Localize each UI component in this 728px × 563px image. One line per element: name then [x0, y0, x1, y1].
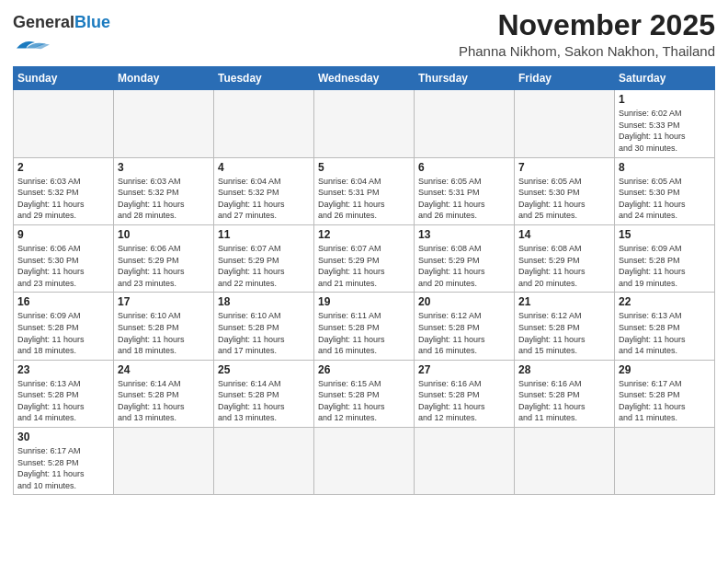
table-row: 4Sunrise: 6:04 AM Sunset: 5:32 PM Daylig…	[214, 157, 314, 224]
logo: General Blue	[13, 13, 110, 54]
day-info: Sunrise: 6:16 AM Sunset: 5:28 PM Dayligh…	[518, 378, 610, 424]
table-row: 8Sunrise: 6:05 AM Sunset: 5:30 PM Daylig…	[615, 157, 715, 224]
day-info: Sunrise: 6:03 AM Sunset: 5:32 PM Dayligh…	[118, 176, 210, 222]
table-row	[214, 428, 314, 495]
day-number: 9	[17, 228, 109, 241]
table-row	[314, 428, 415, 495]
day-number: 3	[118, 161, 210, 174]
day-info: Sunrise: 6:05 AM Sunset: 5:30 PM Dayligh…	[518, 176, 610, 222]
day-info: Sunrise: 6:06 AM Sunset: 5:30 PM Dayligh…	[17, 243, 109, 289]
day-info: Sunrise: 6:08 AM Sunset: 5:29 PM Dayligh…	[518, 243, 610, 289]
day-number: 25	[218, 363, 310, 376]
table-row: 23Sunrise: 6:13 AM Sunset: 5:28 PM Dayli…	[14, 360, 114, 427]
table-row: 16Sunrise: 6:09 AM Sunset: 5:28 PM Dayli…	[14, 293, 114, 360]
day-info: Sunrise: 6:13 AM Sunset: 5:28 PM Dayligh…	[619, 310, 711, 356]
day-info: Sunrise: 6:07 AM Sunset: 5:29 PM Dayligh…	[318, 243, 410, 289]
table-row	[615, 428, 715, 495]
day-info: Sunrise: 6:08 AM Sunset: 5:29 PM Dayligh…	[418, 243, 510, 289]
weekday-header-row: Sunday Monday Tuesday Wednesday Thursday…	[14, 67, 715, 90]
table-row: 14Sunrise: 6:08 AM Sunset: 5:29 PM Dayli…	[515, 224, 615, 292]
day-number: 17	[118, 295, 210, 308]
table-row: 11Sunrise: 6:07 AM Sunset: 5:29 PM Dayli…	[214, 224, 314, 292]
table-row: 5Sunrise: 6:04 AM Sunset: 5:31 PM Daylig…	[314, 157, 415, 224]
header-area: General Blue November 2025 Phanna Nikhom…	[13, 9, 715, 59]
table-row	[415, 428, 515, 495]
calendar-page: General Blue November 2025 Phanna Nikhom…	[0, 0, 728, 563]
day-info: Sunrise: 6:02 AM Sunset: 5:33 PM Dayligh…	[619, 108, 711, 154]
table-row: 21Sunrise: 6:12 AM Sunset: 5:28 PM Dayli…	[515, 293, 615, 360]
day-number: 20	[418, 295, 510, 308]
table-row: 17Sunrise: 6:10 AM Sunset: 5:28 PM Dayli…	[114, 293, 214, 360]
day-number: 13	[418, 228, 510, 241]
day-number: 29	[619, 363, 711, 376]
table-row	[314, 90, 415, 157]
header-tuesday: Tuesday	[214, 67, 314, 90]
table-row: 12Sunrise: 6:07 AM Sunset: 5:29 PM Dayli…	[314, 224, 415, 292]
table-row: 9Sunrise: 6:06 AM Sunset: 5:30 PM Daylig…	[14, 224, 114, 292]
day-info: Sunrise: 6:10 AM Sunset: 5:28 PM Dayligh…	[218, 310, 310, 356]
day-info: Sunrise: 6:09 AM Sunset: 5:28 PM Dayligh…	[619, 243, 711, 289]
table-row: 28Sunrise: 6:16 AM Sunset: 5:28 PM Dayli…	[515, 360, 615, 427]
day-info: Sunrise: 6:03 AM Sunset: 5:32 PM Dayligh…	[17, 176, 109, 222]
day-info: Sunrise: 6:11 AM Sunset: 5:28 PM Dayligh…	[318, 310, 410, 356]
table-row: 19Sunrise: 6:11 AM Sunset: 5:28 PM Dayli…	[314, 293, 415, 360]
day-info: Sunrise: 6:17 AM Sunset: 5:28 PM Dayligh…	[619, 378, 711, 424]
day-number: 4	[218, 161, 310, 174]
table-row	[114, 90, 214, 157]
day-info: Sunrise: 6:06 AM Sunset: 5:29 PM Dayligh…	[118, 243, 210, 289]
day-info: Sunrise: 6:05 AM Sunset: 5:31 PM Dayligh…	[418, 176, 510, 222]
day-number: 21	[518, 295, 610, 308]
header-monday: Monday	[114, 67, 214, 90]
day-info: Sunrise: 6:05 AM Sunset: 5:30 PM Dayligh…	[619, 176, 711, 222]
table-row: 3Sunrise: 6:03 AM Sunset: 5:32 PM Daylig…	[114, 157, 214, 224]
day-number: 2	[17, 161, 109, 174]
day-number: 6	[418, 161, 510, 174]
day-info: Sunrise: 6:17 AM Sunset: 5:28 PM Dayligh…	[17, 445, 109, 491]
header-saturday: Saturday	[615, 67, 715, 90]
logo-general: General	[13, 13, 74, 32]
day-number: 16	[17, 295, 109, 308]
day-number: 14	[518, 228, 610, 241]
calendar-body: 1Sunrise: 6:02 AM Sunset: 5:33 PM Daylig…	[14, 90, 715, 495]
table-row: 7Sunrise: 6:05 AM Sunset: 5:30 PM Daylig…	[515, 157, 615, 224]
table-row	[114, 428, 214, 495]
table-row	[214, 90, 314, 157]
table-row: 24Sunrise: 6:14 AM Sunset: 5:28 PM Dayli…	[114, 360, 214, 427]
table-row: 20Sunrise: 6:12 AM Sunset: 5:28 PM Dayli…	[415, 293, 515, 360]
day-info: Sunrise: 6:14 AM Sunset: 5:28 PM Dayligh…	[118, 378, 210, 424]
header-sunday: Sunday	[14, 67, 114, 90]
day-info: Sunrise: 6:14 AM Sunset: 5:28 PM Dayligh…	[218, 378, 310, 424]
day-number: 24	[118, 363, 210, 376]
day-number: 28	[518, 363, 610, 376]
table-row: 27Sunrise: 6:16 AM Sunset: 5:28 PM Dayli…	[415, 360, 515, 427]
day-info: Sunrise: 6:12 AM Sunset: 5:28 PM Dayligh…	[518, 310, 610, 356]
table-row	[515, 428, 615, 495]
day-number: 11	[218, 228, 310, 241]
location-title: Phanna Nikhom, Sakon Nakhon, Thailand	[459, 43, 715, 59]
table-row: 15Sunrise: 6:09 AM Sunset: 5:28 PM Dayli…	[615, 224, 715, 292]
day-info: Sunrise: 6:07 AM Sunset: 5:29 PM Dayligh…	[218, 243, 310, 289]
table-row: 2Sunrise: 6:03 AM Sunset: 5:32 PM Daylig…	[14, 157, 114, 224]
header-thursday: Thursday	[415, 67, 515, 90]
day-number: 27	[418, 363, 510, 376]
day-number: 22	[619, 295, 711, 308]
table-row: 18Sunrise: 6:10 AM Sunset: 5:28 PM Dayli…	[214, 293, 314, 360]
logo-blue: Blue	[74, 13, 110, 32]
day-number: 1	[619, 93, 711, 106]
table-row	[415, 90, 515, 157]
day-info: Sunrise: 6:15 AM Sunset: 5:28 PM Dayligh…	[318, 378, 410, 424]
table-row: 26Sunrise: 6:15 AM Sunset: 5:28 PM Dayli…	[314, 360, 415, 427]
table-row: 1Sunrise: 6:02 AM Sunset: 5:33 PM Daylig…	[615, 90, 715, 157]
calendar-table: Sunday Monday Tuesday Wednesday Thursday…	[13, 66, 715, 495]
day-number: 23	[17, 363, 109, 376]
header-friday: Friday	[515, 67, 615, 90]
day-info: Sunrise: 6:10 AM Sunset: 5:28 PM Dayligh…	[118, 310, 210, 356]
day-info: Sunrise: 6:12 AM Sunset: 5:28 PM Dayligh…	[418, 310, 510, 356]
day-info: Sunrise: 6:04 AM Sunset: 5:32 PM Dayligh…	[218, 176, 310, 222]
table-row: 29Sunrise: 6:17 AM Sunset: 5:28 PM Dayli…	[615, 360, 715, 427]
table-row	[515, 90, 615, 157]
day-number: 5	[318, 161, 410, 174]
day-number: 26	[318, 363, 410, 376]
table-row: 30Sunrise: 6:17 AM Sunset: 5:28 PM Dayli…	[14, 428, 114, 495]
day-info: Sunrise: 6:09 AM Sunset: 5:28 PM Dayligh…	[17, 310, 109, 356]
